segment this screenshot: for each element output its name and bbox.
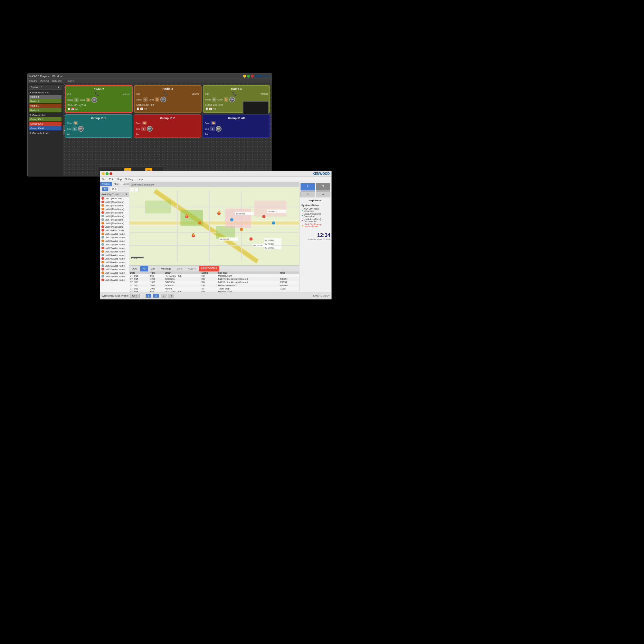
unit-item-11[interactable]: Unit 11 (Alias Name) — [100, 232, 129, 236]
unit-item-42[interactable]: Unit 42 (Alias Name) — [100, 275, 129, 278]
unit-item-30b[interactable]: Unit 30 (Alias Name) — [100, 260, 129, 264]
unit-item-5[interactable]: Unit 5 (Alias Name) — [100, 211, 129, 214]
radio4-text-icon[interactable]: Aa — [213, 107, 216, 110]
groupall-text[interactable]: Aa — [205, 133, 208, 136]
radio2-phone-icon[interactable]: 📞 — [95, 92, 99, 96]
preset-1[interactable]: 1 — [300, 183, 315, 191]
system-selector[interactable]: System 1 ▼ — [29, 85, 62, 90]
sidebar-item-group2[interactable]: Group ID 2 — [29, 122, 62, 126]
log-tab-gps[interactable]: GPS — [174, 266, 185, 271]
tab-system[interactable]: System — [100, 182, 112, 186]
map-menu-map[interactable]: Map — [117, 178, 122, 181]
unit-item-41[interactable]: Unit 41 (Alias Name) — [100, 271, 129, 275]
log-tab-log[interactable]: LOG — [129, 266, 140, 271]
log-row-5[interactable]: 07/ 5/15 1949 KRAFT ST Traffic Stop 313C — [129, 287, 299, 290]
unit-item-7[interactable]: Unit 7 (Alias Name) — [100, 218, 129, 222]
menu-file[interactable]: File(F) — [29, 80, 37, 82]
menu-help[interactable]: Help(H) — [66, 80, 75, 82]
radio4-color-icon[interactable]: 🎨 — [224, 97, 228, 102]
sidebar-item-radio3[interactable]: Radio 3 — [29, 104, 62, 108]
map-close-btn[interactable] — [109, 172, 112, 175]
radio2-color-icon[interactable]: 🎨 — [86, 98, 90, 102]
zoom-out-btn[interactable]: - — [135, 188, 139, 192]
unit-item-43[interactable]: Unit 43 (Alias Name) — [100, 278, 129, 282]
radio2-freq-icon[interactable]: 📅 — [71, 108, 74, 110]
map-menu-help[interactable]: Help — [137, 178, 143, 181]
unit-item-21[interactable]: Unit 21 (Alias Name) — [100, 243, 129, 246]
bottom-1[interactable]: 1 — [146, 294, 151, 298]
unit-item-10[interactable]: Unit 10 (Fire Chief) — [100, 229, 129, 232]
menu-view[interactable]: View(V) — [40, 80, 49, 82]
groupall-sole-icon[interactable]: $ — [210, 127, 215, 131]
log-row-4[interactable]: 07/ 5/15 1616 NORRIS DR Hazard Materials… — [129, 284, 299, 287]
radio4-freq-icon[interactable]: 📅 — [209, 107, 212, 110]
unit-item-6[interactable]: Unit 6 (Alias Name) — [100, 214, 129, 218]
preset-4[interactable]: 4 — [316, 191, 331, 197]
unit-item-24[interactable]: Unit 24 (Alias Name) — [100, 253, 129, 257]
sidebar-item-groupall[interactable]: Group ID All — [29, 126, 62, 130]
radio2-setup-icon[interactable]: ⚙ — [74, 98, 79, 102]
unit-item-23[interactable]: Unit 23 (Alias Name) — [100, 250, 129, 253]
bottom-off[interactable]: OFF — [130, 294, 140, 298]
map-maximize-btn[interactable] — [106, 172, 109, 175]
log-tab-all[interactable]: All — [140, 266, 148, 271]
radio3-text-icon[interactable]: Aa — [144, 107, 147, 110]
group2-sole-icon[interactable]: $ — [141, 127, 146, 131]
log-tab-alert[interactable]: ALERT — [185, 266, 199, 271]
group1-text[interactable]: Aa — [67, 133, 70, 136]
unit-item-4[interactable]: Unit 4 (Alias Name) — [100, 207, 129, 211]
aaa-trunk-selector[interactable]: AAA City Trunk ▼ — [100, 192, 129, 197]
group1-sole-icon[interactable]: $ — [72, 127, 77, 131]
unit-item-9[interactable]: Unit 9 (Alias Name) — [100, 225, 129, 229]
close-btn[interactable] — [251, 75, 254, 78]
map-menu-file[interactable]: File — [102, 178, 106, 181]
radio4-volume-knob[interactable]: 100 — [229, 97, 235, 102]
unit-item-22[interactable]: Unit 22 (Alias Name) — [100, 246, 129, 250]
all-tab[interactable]: All — [102, 187, 109, 191]
unit-item-3[interactable]: Unit 3 (Alias Name) — [100, 204, 129, 207]
radio3-setup-icon[interactable]: ⚙ — [143, 97, 148, 102]
log-tab-emergency[interactable]: EMERGENCY — [199, 266, 220, 271]
log-row-1[interactable]: 07/ 5/15 555 PARADISE HILL RD Medical Al… — [129, 274, 299, 278]
group2-volume[interactable]: 100 — [147, 126, 153, 132]
radio3-phone-icon[interactable]: 📞 — [164, 91, 168, 96]
sidebar-item-radio1[interactable]: Radio 1 — [29, 95, 62, 99]
bottom-4[interactable]: 4 — [168, 294, 174, 298]
menu-setup[interactable]: Setup(S) — [52, 80, 62, 82]
sidebar-item-radio2[interactable]: Radio 2 — [29, 99, 62, 103]
map-menu-edit[interactable]: Edit — [109, 178, 114, 181]
unit-item-31[interactable]: Unit 31 (Alias Name) — [100, 264, 129, 268]
bottom-2[interactable]: 2 — [153, 294, 159, 298]
unit-item-30a[interactable]: Unit 30 (Alias Name) — [100, 257, 129, 260]
radio3-status-icon[interactable]: 📋 — [136, 107, 139, 110]
log-row-3[interactable]: 07/ 5/15 1396 GRIESON RD B&E Vehicle Alr… — [129, 281, 299, 284]
radio3-color-icon[interactable]: 🎨 — [155, 97, 159, 102]
unit-item-2[interactable]: Unit 2 (Alias Name) — [100, 200, 129, 204]
tab-fleet[interactable]: Fleet — [112, 182, 121, 186]
log-tab-call[interactable]: Call — [148, 266, 158, 271]
groupall-volume[interactable]: 100 — [216, 126, 222, 132]
unit-item-12[interactable]: Unit 12 (Alias Name) — [100, 236, 129, 239]
minimize-btn[interactable] — [243, 75, 246, 78]
unit-item-20[interactable]: Unit 20 (Alias Name) — [100, 239, 129, 243]
unit-item-8[interactable]: Unit 8 (Alias Name) — [100, 222, 129, 225]
sidebar-item-radio4[interactable]: Radio 4 — [29, 108, 62, 112]
radio4-phone-icon[interactable]: 📞 — [232, 91, 237, 96]
map-minimize-btn[interactable] — [102, 172, 105, 175]
group1-volume[interactable]: 100 — [78, 126, 84, 132]
radio2-volume-knob[interactable]: 100 — [91, 97, 97, 103]
radio4-setup-icon[interactable]: ⚙ — [212, 97, 216, 102]
group2-text[interactable]: Aa — [136, 133, 139, 136]
group2-color-icon[interactable]: 🎨 — [142, 121, 147, 125]
unit-item-1[interactable]: Unit 1 (Fire Chief) — [100, 197, 129, 200]
maximize-btn[interactable] — [247, 75, 250, 78]
zoom-in-btn[interactable]: + — [130, 188, 134, 192]
map-area[interactable]: Unit 789-000 Unit 789-000 Unit 789-000 U… — [129, 187, 299, 265]
radio3-freq-icon[interactable]: 📅 — [140, 107, 143, 110]
groupall-color-icon[interactable]: 🎨 — [211, 121, 216, 125]
radio2-text-icon[interactable]: Aa — [75, 108, 78, 110]
log-row-2[interactable]: 07/ 5/15 1206 GRIESON RD B&E Vehicle Alr… — [129, 278, 299, 281]
sidebar-item-group1[interactable]: Group ID 1 — [29, 117, 62, 121]
map-menu-settings[interactable]: Settings — [125, 178, 134, 181]
unit-item-32[interactable]: Unit 32 (Alias Name) — [100, 268, 129, 271]
